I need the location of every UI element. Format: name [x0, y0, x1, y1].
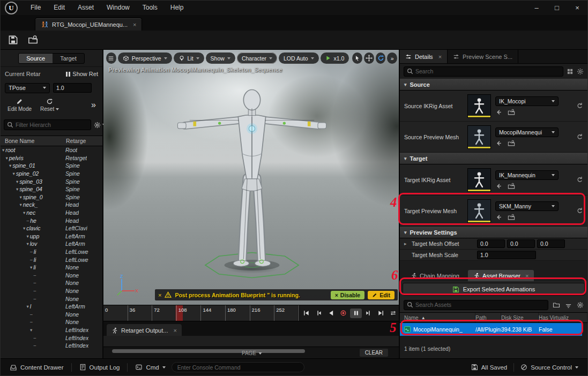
asset-select[interactable]: IK_Mocopi [495, 96, 559, 106]
bone-tree-row[interactable]: – None [1, 318, 102, 326]
reset-button[interactable]: Reset [38, 97, 62, 113]
section-preview-settings[interactable]: ▾ Preview Settings [400, 227, 587, 238]
column-disk-size[interactable]: Disk Size [501, 313, 539, 322]
asset-thumbnail[interactable] [467, 94, 491, 118]
output-log-button[interactable]: Output Log [75, 359, 125, 376]
tab-source[interactable]: Source [19, 54, 53, 63]
bone-tree-row[interactable]: ▾ nec Head [1, 209, 102, 217]
lod-auto-button[interactable]: LOD Auto [279, 52, 319, 64]
tree-expander-icon[interactable]: – [34, 288, 36, 294]
tree-expander-icon[interactable]: ▾ [9, 163, 11, 168]
menu-item[interactable]: File [24, 1, 47, 15]
viewport-more-button[interactable]: » [387, 52, 397, 64]
move-tool-button[interactable] [364, 52, 374, 64]
hierarchy-filter-input[interactable] [16, 122, 88, 128]
show-retargeted-button[interactable]: Show Ret [66, 71, 98, 77]
browse-to-asset-icon[interactable] [508, 183, 515, 190]
show-menu-button[interactable]: Show [206, 52, 235, 64]
all-saved-button[interactable]: All Saved [466, 359, 512, 376]
tree-expander-icon[interactable]: – [34, 273, 36, 278]
bone-tree-row[interactable]: ▾ pelvis Retarget [1, 154, 102, 162]
column-bone-name[interactable]: Bone Name [5, 138, 34, 144]
bone-tree-row[interactable]: – li LeftLowe [1, 248, 102, 256]
tab-asset-browser[interactable]: Asset Browser × [468, 270, 534, 281]
horizontal-scrollbar[interactable] [112, 349, 305, 353]
section-target[interactable]: ▾ Target [400, 153, 587, 164]
clear-log-button[interactable]: CLEAR [360, 349, 388, 357]
tree-expander-icon[interactable]: ▾ [27, 241, 29, 246]
bone-tree-row[interactable]: – None [1, 295, 102, 303]
column-has-virtualized[interactable]: Has Virtualiz [539, 313, 587, 322]
reset-property-icon[interactable] [576, 102, 583, 109]
bone-tree-row[interactable]: ▾ lov LeftArm [1, 240, 102, 248]
playback-speed-button[interactable]: x1.0 [321, 52, 349, 64]
tree-expander-icon[interactable]: ▾ [27, 234, 29, 239]
expand-row-icon[interactable]: ▸ [404, 241, 410, 246]
scale-field[interactable] [477, 251, 536, 259]
character-menu-button[interactable]: Character [237, 52, 277, 64]
use-selected-asset-icon[interactable] [495, 183, 502, 190]
menu-item[interactable]: Tools [136, 1, 164, 15]
menu-item[interactable]: Window [100, 1, 136, 15]
edit-post-process-button[interactable]: Edit [368, 291, 395, 299]
mannequin-character[interactable] [162, 82, 341, 285]
tree-expander-icon[interactable]: ▾ [27, 304, 29, 309]
tree-expander-icon[interactable]: ▾ [2, 147, 4, 153]
tree-expander-icon[interactable]: – [34, 296, 36, 302]
browse-to-asset-icon[interactable] [508, 109, 515, 116]
bone-tree-row[interactable]: ▾ spine_02 Spine [1, 170, 102, 178]
tree-expander-icon[interactable]: ▾ [6, 155, 8, 161]
asset-select[interactable]: MocopiMannequi [495, 127, 559, 137]
asset-select[interactable]: SKM_Manny [495, 201, 559, 211]
bone-tree-row[interactable]: – li LeftLowe [1, 255, 102, 264]
tree-expander-icon[interactable]: ▾ [16, 186, 18, 192]
section-source[interactable]: ▾ Source [400, 79, 587, 91]
tree-expander-icon[interactable]: – [30, 319, 33, 325]
skip-to-end-button[interactable] [375, 309, 387, 318]
column-retarget-chain[interactable]: Retarge [66, 138, 86, 144]
tab-preview-scene-settings[interactable]: Preview Scene S... [448, 50, 518, 63]
bone-tree-row[interactable]: – None [1, 310, 102, 318]
bone-tree-row[interactable]: ▾ spine_0 Spine [1, 193, 102, 201]
tab-details[interactable]: Details × [400, 50, 448, 63]
filter-funnel-icon[interactable] [565, 302, 572, 309]
bone-tree-row[interactable]: – he Head [1, 216, 102, 224]
cmd-dropdown[interactable]: Cmd [130, 359, 170, 376]
tree-expander-icon[interactable]: ▾ [13, 171, 15, 176]
browse-to-asset-icon[interactable] [508, 214, 515, 221]
bone-tree-row[interactable]: – None [1, 272, 102, 280]
expand-panel-icon[interactable]: » [91, 100, 98, 110]
details-search-input[interactable] [415, 68, 560, 74]
bone-tree-row[interactable]: ▾ li None [1, 264, 102, 272]
timeline-ruler[interactable]: 0 36 72 108 144 180 216 252 [103, 305, 299, 321]
tab-retarget-output[interactable]: Retarget Output... × [107, 324, 182, 336]
use-selected-asset-icon[interactable] [495, 140, 502, 147]
tree-expander-icon[interactable]: ▾ [30, 327, 32, 333]
console-command-input[interactable] [172, 362, 304, 372]
tree-expander-icon[interactable]: ▾ [20, 202, 22, 207]
edit-mode-button[interactable]: Edit Mode [5, 97, 34, 113]
reset-property-icon[interactable] [576, 207, 583, 214]
maximize-button[interactable]: □ [547, 1, 567, 15]
bone-tree-row[interactable]: ▾ spine_03 Spine [1, 177, 102, 185]
record-button[interactable] [338, 309, 349, 318]
pose-select[interactable]: TPose [5, 83, 50, 93]
gear-icon[interactable] [577, 302, 584, 309]
grid-view-icon[interactable] [567, 68, 574, 75]
loop-playback-button[interactable] [388, 309, 399, 318]
close-tab-icon[interactable]: × [173, 327, 176, 334]
menu-item[interactable]: Edit [47, 1, 71, 15]
browse-to-asset-icon[interactable] [28, 35, 38, 45]
tree-expander-icon[interactable]: – [34, 335, 36, 341]
tree-expander-icon[interactable]: – [30, 312, 33, 317]
bone-tree-row[interactable]: – None [1, 279, 102, 287]
menu-item[interactable]: Help [164, 1, 190, 15]
tree-expander-icon[interactable]: – [34, 280, 36, 285]
bone-tree-row[interactable]: ▾ LeftIndex [1, 326, 102, 334]
close-tab-icon[interactable]: × [438, 54, 442, 60]
export-selected-animations-button[interactable]: Export Selected Animations [403, 283, 585, 296]
lit-mode-button[interactable]: Lit [174, 52, 204, 64]
minimize-button[interactable]: – [526, 1, 547, 15]
tree-expander-icon[interactable]: – [30, 257, 33, 262]
viewport-3d-scene[interactable]: Perspective Lit Show Character LOD Auto … [103, 50, 400, 305]
